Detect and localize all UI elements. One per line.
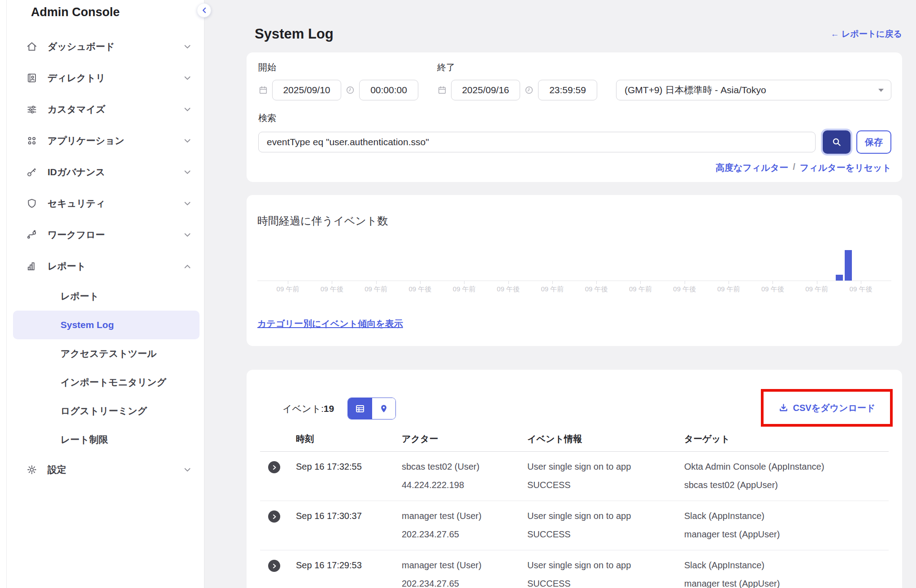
sidebar-subitem-rate-limit[interactable]: レート制限 (13, 425, 200, 454)
sidebar-item-settings[interactable]: 設定 (7, 454, 204, 485)
sidebar-subitem-label: ログストリーミング (61, 405, 147, 417)
start-date-input[interactable] (272, 80, 341, 100)
search-icon (831, 137, 842, 147)
cell-event-info: User single sign on to appSUCCESS (527, 559, 684, 588)
clock-icon (345, 85, 355, 95)
column-header-time: 時刻 (296, 433, 402, 445)
chevron-down-icon (184, 45, 191, 49)
chevron-down-icon (184, 108, 191, 112)
category-trend-link[interactable]: カテゴリー別にイベント傾向を表示 (257, 318, 403, 330)
expand-row-button[interactable] (268, 510, 280, 523)
table-icon (355, 403, 365, 414)
map-view-button[interactable] (372, 398, 395, 419)
chevron-down-icon (184, 468, 191, 472)
chart-bar (845, 250, 852, 281)
end-time-input[interactable] (538, 80, 597, 100)
map-pin-icon (379, 404, 389, 414)
search-input[interactable] (258, 132, 816, 152)
caret-down-icon (878, 89, 884, 92)
cell-target: Slack (AppInstance)manager test (AppUser… (684, 510, 889, 540)
sidebar-item-label: レポート (48, 260, 86, 272)
sliders-icon (26, 104, 38, 116)
calendar-icon (258, 85, 268, 95)
chevron-left-icon (202, 7, 207, 13)
bar-chart-icon (26, 260, 38, 272)
end-date-input[interactable] (451, 80, 520, 100)
table-header-spacer (265, 433, 296, 445)
sidebar-item-security[interactable]: セキュリティ (7, 188, 204, 219)
sidebar-item-label: アプリケーション (48, 134, 124, 147)
sidebar-item-dashboard[interactable]: ダッシュボード (7, 31, 204, 62)
sidebar-subitem-system-log[interactable]: System Log (13, 311, 200, 339)
sidebar-item-workflow[interactable]: ワークフロー (7, 219, 204, 251)
start-time-input[interactable] (359, 80, 418, 100)
sidebar-item-applications[interactable]: アプリケーション (7, 125, 204, 156)
column-header-actor: アクター (402, 433, 527, 445)
sidebar-item-label: ディレクトリ (48, 72, 105, 84)
download-csv-button[interactable]: CSVをダウンロード (778, 402, 876, 414)
sidebar-subitem-label: レート制限 (61, 433, 108, 446)
expand-row-button[interactable] (268, 560, 280, 572)
events-chart-panel: 時間経過に伴うイベント数 09 午前09 午後09 午前09 午後09 午前09… (247, 195, 902, 346)
cell-event-info: User single sign on to appSUCCESS (527, 461, 684, 491)
search-label: 検索 (258, 112, 891, 124)
chevron-down-icon (184, 202, 191, 206)
cell-time: Sep 16 17:29:53 (296, 559, 402, 588)
table-row: Sep 16 17:32:55 sbcas test02 (User)44.22… (260, 452, 889, 501)
cell-actor: manager test (User)202.234.27.65 (402, 510, 527, 540)
sidebar-item-directory[interactable]: ディレクトリ (7, 62, 204, 94)
sidebar-item-label: 設定 (48, 463, 66, 476)
view-toggle-group (347, 398, 396, 419)
id-card-icon (26, 72, 38, 84)
table-row: Sep 16 17:29:53 manager test (User)202.2… (260, 550, 889, 588)
sidebar: Admin Console ダッシュボード ディレクトリ (7, 0, 204, 588)
chart-bar (836, 275, 843, 281)
sidebar-item-reports[interactable]: レポート (7, 251, 204, 282)
sidebar-item-label: ワークフロー (48, 229, 105, 241)
main-content: System Log ← レポートに戻る 開始 終了 (204, 0, 916, 588)
cell-target: Slack (AppInstance)manager test (AppUser… (684, 559, 889, 588)
collapse-sidebar-button[interactable] (197, 3, 211, 17)
sidebar-item-label: カスタマイズ (48, 103, 105, 116)
advanced-filter-link[interactable]: 高度なフィルター (716, 162, 788, 174)
sidebar-item-label: IDガバナンス (48, 166, 105, 178)
shield-icon (26, 198, 38, 210)
events-count-value: 19 (324, 403, 334, 414)
calendar-icon (437, 85, 447, 95)
app-window: Admin Console ダッシュボード ディレクトリ (0, 0, 916, 588)
cell-event-info: User single sign on to appSUCCESS (527, 510, 684, 540)
chevron-down-icon (184, 76, 191, 80)
apps-grid-icon (26, 135, 38, 147)
sidebar-subitem-import-monitoring[interactable]: インポートモニタリング (13, 368, 200, 397)
download-csv-label: CSVをダウンロード (793, 402, 876, 414)
reset-filter-link[interactable]: フィルターをリセット (800, 162, 891, 174)
back-to-reports-link[interactable]: ← レポートに戻る (830, 28, 902, 40)
timezone-select[interactable]: (GMT+9) 日本標準時 - Asia/Tokyo (616, 80, 891, 100)
cell-target: Okta Admin Console (AppInstance)sbcas te… (684, 461, 889, 491)
search-button[interactable] (823, 130, 851, 154)
events-panel: イベント:19 CSVをダウンロード (247, 370, 902, 588)
filter-panel: 開始 終了 (247, 52, 902, 182)
sidebar-item-customize[interactable]: カスタマイズ (7, 94, 204, 125)
sidebar-subitem-log-streaming[interactable]: ログストリーミング (13, 397, 200, 425)
start-label: 開始 (258, 61, 418, 74)
column-header-event-info: イベント情報 (527, 433, 684, 445)
expand-row-button[interactable] (268, 461, 280, 473)
chevron-down-icon (184, 139, 191, 143)
chevron-down-icon (184, 233, 191, 237)
save-button[interactable]: 保存 (856, 130, 891, 154)
sidebar-subitem-access-test-tool[interactable]: アクセステストツール (13, 339, 200, 368)
gear-icon (26, 464, 38, 476)
link-separator: / (793, 162, 795, 174)
key-icon (26, 166, 38, 178)
chart-title: 時間経過に伴うイベント数 (257, 214, 891, 228)
table-view-button[interactable] (348, 398, 372, 419)
chevron-right-icon (272, 563, 277, 569)
home-icon (26, 41, 38, 53)
sidebar-item-id-governance[interactable]: IDガバナンス (7, 156, 204, 188)
workflow-icon (26, 229, 38, 241)
sidebar-subitem-reports[interactable]: レポート (13, 282, 200, 311)
red-highlight-box: CSVをダウンロード (761, 389, 893, 427)
left-rail (0, 0, 7, 588)
page-title: System Log (255, 26, 334, 42)
